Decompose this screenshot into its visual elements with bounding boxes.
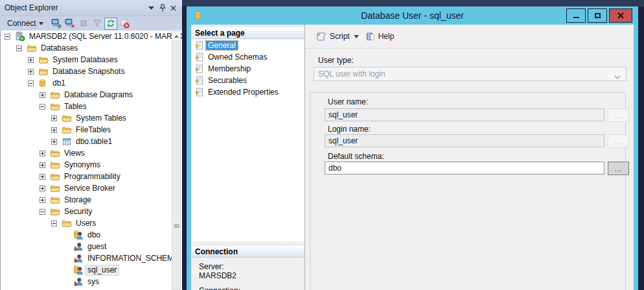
tree-item-label: Database Snapshots bbox=[50, 66, 127, 77]
page-item-general[interactable]: General bbox=[192, 40, 305, 51]
expander-plus-icon[interactable] bbox=[40, 186, 50, 191]
scrollbar-thumb-grip[interactable] bbox=[174, 224, 179, 228]
tree-item-system-databases[interactable]: System Databases bbox=[1, 54, 182, 66]
tree-item-service-broker[interactable]: Service Broker bbox=[1, 182, 182, 194]
folder-icon bbox=[50, 90, 62, 100]
script-dropdown-icon[interactable] bbox=[352, 33, 363, 40]
folder-icon bbox=[50, 206, 62, 217]
expander-plus-icon[interactable] bbox=[51, 127, 62, 133]
tree-item-information-schema[interactable]: INFORMATION_SCHEMA bbox=[1, 252, 182, 264]
object-explorer-tree: MARSDB2 (SQL Server 11.0.6020 - MARSDDat… bbox=[0, 30, 182, 290]
expander-plus-icon[interactable] bbox=[28, 57, 38, 63]
connection-header: Connection bbox=[191, 245, 305, 258]
expander-minus-icon[interactable] bbox=[28, 80, 38, 86]
chevron-down-icon bbox=[39, 22, 43, 25]
stop-icon[interactable] bbox=[77, 18, 90, 30]
page-item-label: Extended Properties bbox=[206, 88, 281, 97]
tree-item-label: Database Diagrams bbox=[62, 90, 135, 101]
tree-item-system-tables[interactable]: System Tables bbox=[1, 112, 182, 124]
default-schema-browse-button[interactable]: ... bbox=[608, 162, 629, 175]
tree-item-filetables[interactable]: FileTables bbox=[1, 124, 182, 136]
expander-minus-icon[interactable] bbox=[5, 34, 15, 40]
tree-item-label: Databases bbox=[38, 43, 80, 54]
tree-item-label: dbo bbox=[85, 230, 103, 241]
disconnect-server-icon[interactable] bbox=[63, 18, 76, 30]
refresh-icon[interactable] bbox=[104, 18, 117, 30]
maximize-button[interactable] bbox=[588, 8, 607, 23]
expander-plus-icon[interactable] bbox=[40, 174, 50, 180]
tree-item-programmability[interactable]: Programmability bbox=[1, 171, 182, 182]
tree-item-marsdb2-sql-server-11-0-6020-marsd[interactable]: MARSDB2 (SQL Server 11.0.6020 - MARSD bbox=[1, 30, 182, 42]
database-user-dialog: Database User - sql_user Select a page G… bbox=[187, 6, 638, 290]
window-menu-icon[interactable] bbox=[146, 3, 157, 14]
filter-icon[interactable] bbox=[91, 18, 104, 30]
expander-plus-icon[interactable] bbox=[51, 139, 62, 145]
expander-minus-icon[interactable] bbox=[51, 221, 62, 226]
expander-plus-icon[interactable] bbox=[40, 151, 50, 156]
tree-item-synonyms[interactable]: Synonyms bbox=[1, 159, 182, 171]
tree-item-storage[interactable]: Storage bbox=[1, 194, 182, 206]
server-icon bbox=[15, 31, 27, 42]
tree-item-views[interactable]: Views bbox=[1, 147, 182, 159]
tree-item-tables[interactable]: Tables bbox=[1, 101, 182, 112]
server-value: MARSDB2 bbox=[199, 271, 236, 280]
object-explorer-toolbar: Connect bbox=[0, 16, 182, 30]
dialog-main-area: Script Help User type: SQL user with log… bbox=[305, 25, 634, 290]
tree-scrollbar[interactable] bbox=[172, 31, 181, 290]
connect-button-label: Connect bbox=[7, 19, 36, 28]
page-item-extended-properties[interactable]: Extended Properties bbox=[192, 86, 305, 98]
default-schema-field[interactable]: dbo bbox=[325, 162, 604, 175]
default-schema-value: dbo bbox=[328, 163, 341, 173]
folder-icon bbox=[50, 171, 62, 182]
tree-item-sys[interactable]: sys bbox=[1, 276, 182, 287]
page-item-membership[interactable]: Membership bbox=[192, 63, 305, 75]
tree-item-users[interactable]: Users bbox=[1, 217, 182, 229]
login-name-label: Login name: bbox=[328, 125, 371, 134]
expander-minus-icon[interactable] bbox=[40, 209, 50, 215]
user-type-combobox[interactable]: SQL user with login bbox=[314, 67, 627, 81]
help-button[interactable]: Help bbox=[363, 30, 397, 43]
connect-server-icon[interactable] bbox=[50, 18, 63, 30]
scrollbar-up-icon[interactable] bbox=[172, 32, 180, 42]
tree-item-database-snapshots[interactable]: Database Snapshots bbox=[1, 66, 182, 77]
connect-button[interactable]: Connect bbox=[5, 18, 46, 29]
block-script-icon[interactable] bbox=[118, 18, 131, 30]
script-button[interactable]: Script bbox=[313, 30, 352, 43]
page-item-label: General bbox=[206, 41, 238, 50]
tree-item-sql-user[interactable]: sql_user bbox=[1, 264, 182, 276]
expander-minus-icon[interactable] bbox=[40, 104, 50, 110]
minimize-button[interactable] bbox=[566, 8, 586, 23]
tree-item-dbo[interactable]: dbo bbox=[1, 229, 182, 241]
close-icon[interactable] bbox=[168, 3, 179, 14]
select-a-page-header: Select a page bbox=[191, 27, 305, 39]
dialog-toolbar: Script Help bbox=[305, 25, 634, 49]
db-user-disabled-icon bbox=[73, 253, 85, 263]
script-button-label: Script bbox=[330, 32, 350, 41]
pin-icon[interactable] bbox=[157, 3, 168, 14]
expander-plus-icon[interactable] bbox=[51, 115, 62, 121]
page-item-owned-schemas[interactable]: Owned Schemas bbox=[192, 51, 305, 63]
tree-item-db1[interactable]: db1 bbox=[1, 77, 182, 89]
tree-item-databases[interactable]: Databases bbox=[1, 42, 182, 54]
page-item-securables[interactable]: Securables bbox=[192, 75, 305, 86]
folder-icon bbox=[38, 54, 50, 65]
expander-plus-icon[interactable] bbox=[40, 162, 50, 168]
user-name-label: User name: bbox=[328, 97, 368, 106]
tree-item-guest[interactable]: guest bbox=[1, 241, 182, 252]
page-item-label: Membership bbox=[206, 64, 253, 73]
expander-plus-icon[interactable] bbox=[40, 197, 50, 203]
tree-item-security[interactable]: Security bbox=[1, 206, 182, 217]
tree-item-label: Users bbox=[73, 218, 98, 229]
login-name-field: sql_user bbox=[325, 134, 604, 147]
close-button[interactable] bbox=[609, 8, 632, 23]
tree-item-database-diagrams[interactable]: Database Diagrams bbox=[1, 89, 182, 101]
expander-plus-icon[interactable] bbox=[40, 92, 50, 98]
expander-minus-icon[interactable] bbox=[16, 45, 27, 51]
expander-plus-icon[interactable] bbox=[28, 69, 38, 75]
close-icon bbox=[617, 12, 624, 19]
folder-icon bbox=[50, 183, 62, 193]
tree-item-label: guest bbox=[85, 241, 109, 252]
page-icon bbox=[194, 75, 206, 86]
tree-item-dbo-table1[interactable]: dbo.table1 bbox=[1, 136, 182, 147]
tree-item-label: Security bbox=[62, 206, 95, 217]
